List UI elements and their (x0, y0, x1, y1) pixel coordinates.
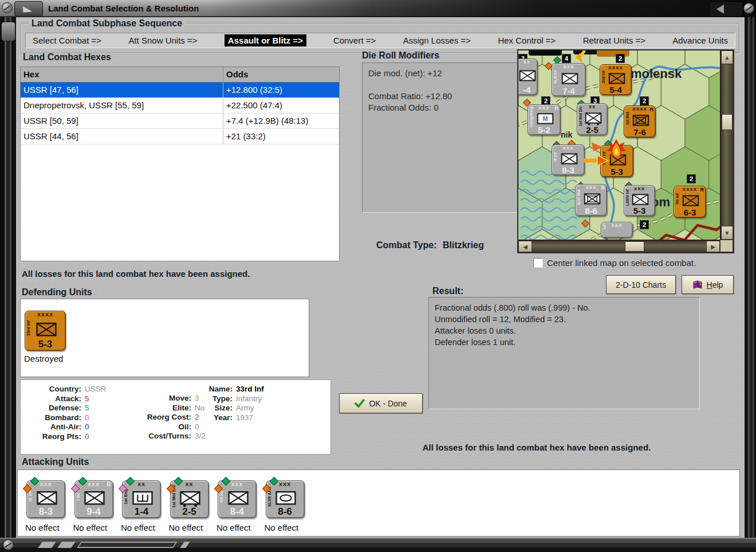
svg-text:?: ? (699, 283, 701, 287)
unit-counter-ix-inf: XXXIX Inf8-3 (552, 144, 585, 175)
triangle-left-icon (716, 5, 724, 14)
unit-detail-panel: Country:USSRAttack:5Defense:5Bombard:0An… (20, 379, 331, 455)
scroll-down-button[interactable]: ▼ (721, 226, 733, 240)
defending-units-title: Defending Units (22, 287, 92, 297)
sequence-step: Retreat Units => (583, 36, 645, 45)
ok-done-button[interactable]: OK - Done (339, 393, 423, 413)
window-frame-right (745, 17, 756, 538)
unit-counter--4: XX-4 (518, 58, 538, 95)
frame-decoration (38, 542, 56, 548)
unit-counter-1st-eng[interactable]: XX1st Eng1-4 (122, 480, 161, 518)
subphase-sequence-title: Land Combat Subphase Sequence (29, 18, 185, 29)
unit-counter-ix-inf[interactable]: XXXIX Inf8-3 (26, 480, 65, 518)
hex-row[interactable]: USSR [47, 56]+12.800 (32:5) (21, 83, 339, 98)
horizontal-scroll-thumb[interactable] (625, 241, 644, 252)
svg-text:M: M (542, 115, 548, 122)
table-body: USSR [47, 56]+12.800 (32:5)Dnepropetrovs… (21, 83, 339, 144)
die-roll-modifiers-panel: Die mod. (net): +12 Combat Ratio: +12.80… (362, 62, 518, 213)
unit-counter-1st-mot-div[interactable]: XX1st Mot Div2-5 (170, 480, 209, 518)
sequence-step: Hex Control => (498, 36, 556, 45)
window-frame-left (0, 17, 16, 538)
attacker-status: No effect (169, 523, 203, 533)
title-bar[interactable]: Land Combat Selection & Resolution (0, 0, 756, 17)
unit-counter-33rd-inf: XXXX33rd Inf5-3 (600, 145, 633, 177)
attacking-units-panel: XXXIX Inf8-3No effectXXXRI Inf9-4No effe… (17, 469, 740, 537)
window-menu-button[interactable] (14, 1, 43, 17)
window-frame-bottom (0, 538, 756, 552)
attacker-status: No effect (121, 523, 155, 533)
window-control-button[interactable] (709, 1, 743, 17)
unit-counter-2nd-inf: XXXX2nd Inf5-4 (600, 64, 632, 95)
land-combat-dialog: Land Combat Subphase Sequence Select Com… (16, 17, 745, 538)
scroll-right-button[interactable]: ▶ (706, 241, 720, 252)
map-horizontal-scrollbar[interactable]: ◀ ▶ (518, 240, 720, 252)
unit-counter-xlvi-mot: XXXRXLVI Mot8-6 (575, 184, 607, 216)
center-map-checkbox[interactable] (533, 258, 543, 268)
attacking-units-title: Attacking Units (22, 457, 89, 467)
unit-counter-xlvii-arm[interactable]: XXXXLVII Arm8-6 (266, 480, 305, 518)
defender-status: Destroyed (24, 354, 63, 363)
map-vertical-scrollbar[interactable]: ▲ ▼ (720, 50, 733, 240)
vertical-scroll-track[interactable] (721, 64, 733, 226)
screw-icon (3, 539, 14, 550)
horizontal-scroll-track[interactable] (532, 241, 706, 252)
screw-icon (743, 3, 754, 14)
unit-counter-k-nigsberg: XXXRKönigsbergM5-2 (527, 104, 561, 135)
charts-button[interactable]: 2-D-10 Charts (606, 275, 676, 294)
unit-counter-i-inf[interactable]: XXXRI Inf9-4 (74, 480, 113, 518)
defending-units-panel: Destroyed XXXX33rd Inf5-3 (20, 299, 309, 377)
attacker-status: No effect (216, 523, 251, 533)
charts-button-label: 2-D-10 Charts (616, 280, 666, 289)
attacker-status: No effect (265, 523, 299, 533)
unit-counter-lxxiv-inf: XXXLXXIV Inf5-3 (624, 185, 655, 216)
unit-counter-1st-mot: XXXXR1st Mot7-6 (624, 105, 656, 138)
scroll-up-button[interactable]: ▲ (721, 50, 733, 64)
unit-detail-column-3: Name:33rd InfType:InfantrySize:ArmyYear:… (203, 385, 264, 422)
land-combat-hexes-table[interactable]: Hex Odds USSR [47, 56]+12.800 (32:5)Dnep… (20, 66, 340, 261)
sequence-step: Assault or Blitz => (225, 34, 306, 46)
help-button-label: Help (707, 280, 723, 289)
frame-knob (1, 22, 15, 41)
unit-detail-column-2: Move:3Elite:NoReorg Cost:2Oil:0Cost/Turn… (124, 394, 206, 441)
result-title: Result: (432, 286, 463, 296)
unit-counter-1st-mot-div: XX1st Mot Div2-5 (577, 103, 608, 135)
unit-counter-xliii-inf: XXXXLIII Inf7-4 (552, 63, 586, 96)
hex-row[interactable]: USSR [44, 56]+21 (33:2) (21, 129, 339, 144)
result-text: Fractional odds (.800) roll was (.999) -… (435, 302, 694, 348)
attacker-status: No effect (25, 523, 60, 533)
combat-type: Combat Type: Blitzkrieg (376, 240, 484, 250)
center-map-option: Center linked map on selected combat. (533, 258, 696, 268)
result-panel: Fractional odds (.800) roll was (.999) -… (428, 297, 700, 409)
unit-counter-xx-inf[interactable]: XXXXX Inf8-4 (218, 480, 257, 518)
sequence-step: Att Snow Units => (128, 36, 197, 45)
screw-icon (2, 2, 13, 13)
combat-type-label: Combat Type: (376, 240, 436, 250)
vertical-scroll-thumb[interactable] (722, 114, 733, 130)
losses-assigned-message-top: All losses for this land combat hex have… (22, 269, 250, 279)
linked-map[interactable]: molenskomnik 34223222 XX-4XXXXLIII Inf7-… (518, 50, 733, 252)
triangle-icon (22, 5, 32, 13)
application-window: Land Combat Selection & Resolution Land … (0, 0, 756, 552)
scrollbar-corner (720, 240, 733, 252)
land-combat-hexes-title: Land Combat Hexes (23, 52, 111, 62)
table-header: Hex Odds (21, 67, 339, 83)
column-header-odds: Odds (223, 67, 339, 82)
checkmark-icon (355, 399, 365, 408)
frame-decoration (57, 542, 76, 548)
die-roll-modifiers-title: Die Roll Modifiers (362, 50, 439, 61)
title-bar-shade (206, 0, 756, 17)
help-button[interactable]: ? Help (682, 275, 734, 294)
center-map-label: Center linked map on selected combat. (547, 258, 696, 268)
combat-type-value: Blitzkrieg (443, 240, 484, 250)
subphase-sequence-bar: Select Combat =>Att Snow Units =>Assault… (25, 33, 735, 48)
hex-row[interactable]: Dnepropetrovsk, USSR [55, 59]+22.500 (47… (21, 98, 339, 113)
sequence-step: Convert => (333, 36, 376, 45)
hex-row[interactable]: USSR [50, 59]+7.4 (+12.9B) (48:13) (21, 113, 339, 129)
unit-counter-7th-inf: XXXXR7th Inf6-3 (674, 186, 706, 218)
scroll-left-button[interactable]: ◀ (518, 241, 532, 252)
unit-counter-33rd-inf[interactable]: XXXX33rd Inf5-3 (25, 311, 66, 351)
unit-detail-column-1: Country:USSRAttack:5Defense:5Bombard:0An… (24, 385, 107, 441)
die-roll-modifiers-text: Die mod. (net): +12 Combat Ratio: +12.80… (368, 68, 511, 113)
subphase-sequence-group: Land Combat Subphase Sequence Select Com… (21, 23, 740, 54)
frame-decoration (180, 542, 190, 548)
